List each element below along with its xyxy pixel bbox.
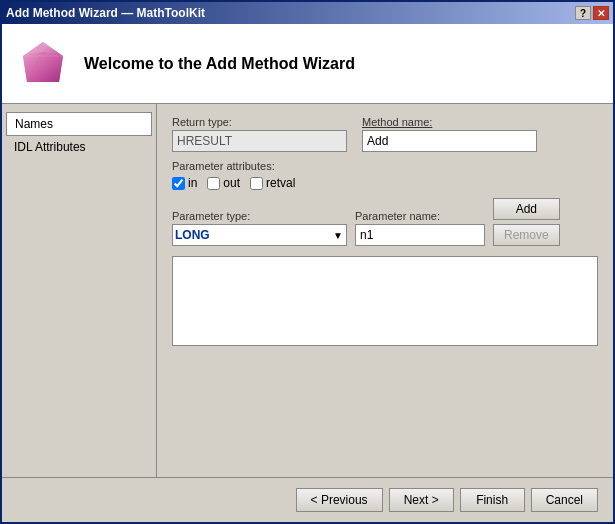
param-name-input[interactable]	[355, 224, 485, 246]
remove-button[interactable]: Remove	[493, 224, 560, 246]
close-button[interactable]: ✕	[593, 6, 609, 20]
header-section: Welcome to the Add Method Wizard	[2, 24, 613, 104]
next-button[interactable]: Next >	[389, 488, 454, 512]
param-name-label: Parameter name:	[355, 210, 485, 222]
title-bar-controls: ? ✕	[575, 6, 609, 20]
checkbox-in[interactable]	[172, 177, 185, 190]
svg-marker-3	[23, 52, 63, 82]
method-name-input[interactable]	[362, 130, 537, 152]
add-button[interactable]: Add	[493, 198, 560, 220]
return-type-input[interactable]	[172, 130, 347, 152]
wizard-title: Welcome to the Add Method Wizard	[84, 55, 355, 73]
param-name-group: Parameter name:	[355, 210, 485, 246]
help-button[interactable]: ?	[575, 6, 591, 20]
checkbox-out[interactable]	[207, 177, 220, 190]
wizard-icon	[17, 38, 69, 90]
title-bar: Add Method Wizard — MathToolKit ? ✕	[2, 2, 613, 24]
main-body: Names IDL Attributes Return type: Method…	[2, 104, 613, 477]
param-type-select[interactable]: LONG INT DOUBLE FLOAT BSTR	[172, 224, 347, 246]
param-type-select-wrapper: LONG INT DOUBLE FLOAT BSTR ▼	[172, 224, 347, 246]
checkbox-retval[interactable]	[250, 177, 263, 190]
cancel-button[interactable]: Cancel	[531, 488, 598, 512]
checkbox-retval-label: retval	[266, 176, 295, 190]
footer: < Previous Next > Finish Cancel	[2, 477, 613, 522]
sidebar-item-idl-attributes[interactable]: IDL Attributes	[6, 136, 152, 158]
param-type-label: Parameter type:	[172, 210, 347, 222]
content-area: Welcome to the Add Method Wizard Names I…	[2, 24, 613, 522]
method-name-group: Method name:	[362, 116, 537, 152]
return-type-label: Return type:	[172, 116, 347, 128]
param-list-area	[172, 256, 598, 346]
previous-button[interactable]: < Previous	[296, 488, 383, 512]
sidebar-item-names[interactable]: Names	[6, 112, 152, 136]
wizard-window: Add Method Wizard — MathToolKit ? ✕	[0, 0, 615, 524]
param-type-group: Parameter type: LONG INT DOUBLE FLOAT BS…	[172, 210, 347, 246]
checkbox-out-label: out	[223, 176, 240, 190]
param-attributes-section: Parameter attributes: in out retval	[172, 160, 598, 190]
method-name-label: Method name:	[362, 116, 537, 128]
checkboxes-row: in out retval	[172, 176, 598, 190]
right-panel: Return type: Method name: Parameter attr…	[157, 104, 613, 477]
param-attributes-label: Parameter attributes:	[172, 160, 598, 172]
checkbox-in-item: in	[172, 176, 197, 190]
return-type-group: Return type:	[172, 116, 347, 152]
checkbox-in-label: in	[188, 176, 197, 190]
param-row: Parameter type: LONG INT DOUBLE FLOAT BS…	[172, 198, 598, 246]
checkbox-out-item: out	[207, 176, 240, 190]
title-bar-text: Add Method Wizard — MathToolKit	[6, 6, 205, 20]
top-form-row: Return type: Method name:	[172, 116, 598, 152]
add-remove-buttons: Add Remove	[493, 198, 560, 246]
finish-button[interactable]: Finish	[460, 488, 525, 512]
checkbox-retval-item: retval	[250, 176, 295, 190]
sidebar: Names IDL Attributes	[2, 104, 157, 477]
